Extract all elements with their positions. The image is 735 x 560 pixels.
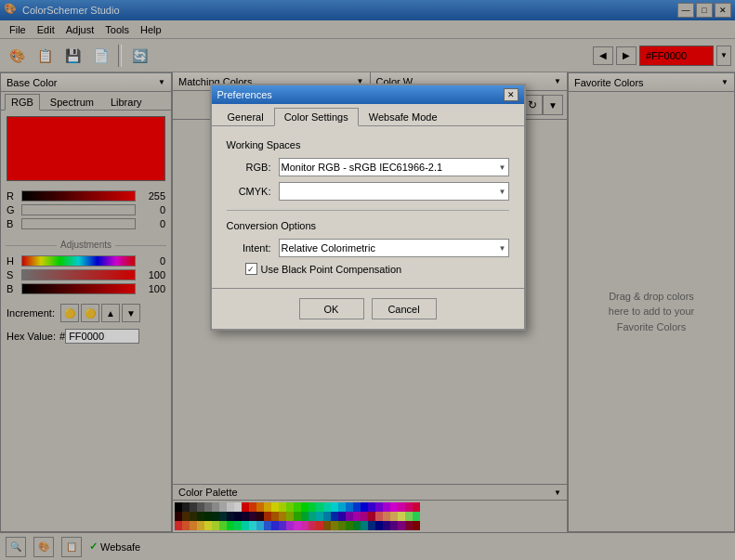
cancel-button[interactable]: Cancel bbox=[372, 298, 437, 319]
intent-select-value: Relative Colorimetric bbox=[282, 242, 375, 254]
cmyk-select-arrow: ▼ bbox=[499, 188, 506, 196]
intent-select[interactable]: Relative Colorimetric ▼ bbox=[279, 239, 509, 257]
intent-row: Intent: Relative Colorimetric ▼ bbox=[227, 239, 509, 257]
checkbox-row: ✓ Use Black Point Compensation bbox=[245, 263, 509, 275]
cmyk-select[interactable]: ▼ bbox=[279, 182, 509, 201]
intent-select-arrow: ▼ bbox=[499, 244, 506, 253]
modal-tabs: General Color Settings Websafe Mode bbox=[212, 104, 524, 126]
modal-footer: OK Cancel bbox=[212, 288, 524, 329]
cmyk-label: CMYK: bbox=[227, 186, 271, 197]
modal-overlay: Preferences ✕ General Color Settings Web… bbox=[0, 0, 735, 560]
rgb-row: RGB: Monitor RGB - sRGB IEC61966-2.1 ▼ bbox=[227, 158, 509, 176]
black-point-checkbox[interactable]: ✓ bbox=[245, 263, 257, 275]
rgb-select-value: Monitor RGB - sRGB IEC61966-2.1 bbox=[282, 162, 443, 173]
rgb-label: RGB: bbox=[227, 162, 271, 173]
modal-tab-color-settings[interactable]: Color Settings bbox=[274, 108, 359, 126]
preferences-modal: Preferences ✕ General Color Settings Web… bbox=[210, 84, 526, 331]
cmyk-row: CMYK: ▼ bbox=[227, 182, 509, 201]
rgb-select[interactable]: Monitor RGB - sRGB IEC61966-2.1 ▼ bbox=[279, 158, 509, 176]
rgb-select-arrow: ▼ bbox=[499, 163, 506, 172]
checkbox-label: Use Black Point Compensation bbox=[261, 264, 402, 275]
modal-tab-websafe[interactable]: Websafe Mode bbox=[359, 108, 448, 126]
divider-1 bbox=[227, 210, 509, 211]
ok-button[interactable]: OK bbox=[299, 298, 364, 319]
modal-title-bar: Preferences ✕ bbox=[212, 85, 524, 104]
modal-body: Working Spaces RGB: Monitor RGB - sRGB I… bbox=[212, 126, 524, 288]
conversion-title: Conversion Options bbox=[227, 220, 509, 231]
modal-tab-general[interactable]: General bbox=[217, 108, 274, 126]
intent-label: Intent: bbox=[227, 242, 271, 254]
modal-close-button[interactable]: ✕ bbox=[504, 88, 518, 101]
working-spaces-title: Working Spaces bbox=[227, 139, 509, 150]
modal-title: Preferences bbox=[217, 89, 272, 100]
